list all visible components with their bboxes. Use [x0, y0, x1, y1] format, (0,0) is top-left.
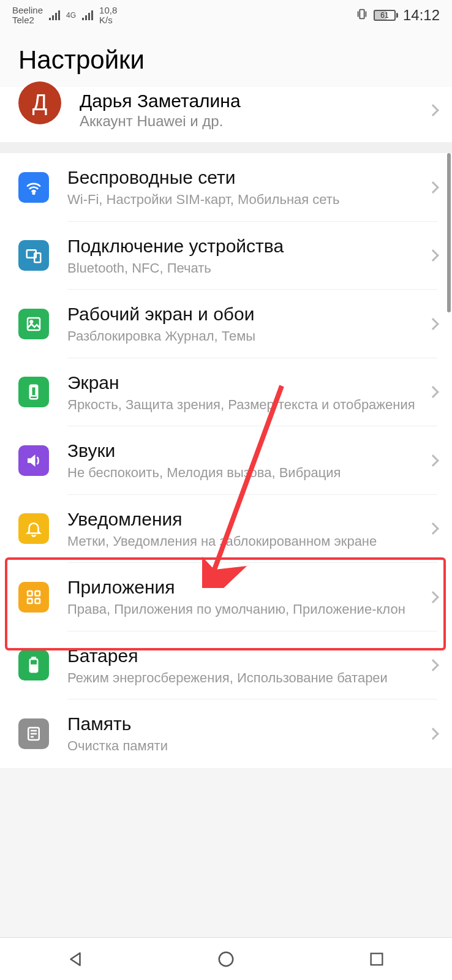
chevron-right-icon [427, 386, 439, 398]
row-sub: Wi-Fi, Настройки SIM-карт, Мобильная сет… [67, 191, 423, 208]
account-row[interactable]: Д Дарья Заметалина Аккаунт Huawei и др. [0, 87, 452, 142]
svg-point-5 [30, 320, 32, 323]
row-title: Звуки [67, 440, 423, 462]
nav-bar [0, 937, 452, 980]
row-text: Звуки Не беспокоить, Мелодия вызова, Виб… [49, 440, 429, 481]
row-text: Рабочий экран и обои Разблокировка Журна… [49, 303, 429, 345]
svg-rect-10 [28, 598, 32, 603]
row-sub: Очистка памяти [67, 737, 423, 755]
carrier-2: Tele2 [12, 15, 43, 26]
row-text: Беспроводные сети Wi-Fi, Настройки SIM-к… [49, 167, 429, 208]
chevron-right-icon [427, 659, 439, 671]
row-text: Подключение устройства Bluetooth, NFC, П… [49, 235, 429, 277]
sound-icon [18, 445, 49, 476]
setting-device-connection[interactable]: Подключение устройства Bluetooth, NFC, П… [0, 222, 452, 290]
vibrate-icon [355, 7, 369, 24]
row-sub: Разблокировка Журнал, Темы [67, 328, 423, 345]
svg-rect-0 [360, 9, 364, 18]
row-title: Батарея [67, 645, 423, 667]
row-text: Экран Яркость, Защита зрения, Размер тек… [49, 372, 429, 413]
settings-list: Беспроводные сети Wi-Fi, Настройки SIM-к… [0, 153, 452, 768]
row-sub: Права, Приложения по умолчанию, Приложен… [67, 601, 423, 618]
nav-recent-button[interactable] [366, 949, 387, 970]
row-title: Беспроводные сети [67, 167, 423, 189]
svg-rect-9 [36, 591, 40, 596]
setting-battery[interactable]: Батарея Режим энергосбережения, Использо… [0, 631, 452, 700]
row-title: Экран [67, 372, 423, 394]
chevron-right-icon [427, 318, 439, 330]
signal-icon-2 [82, 10, 93, 20]
svg-rect-14 [31, 665, 36, 671]
svg-rect-11 [36, 598, 40, 603]
row-sub: Режим энергосбережения, Использование ба… [67, 669, 423, 687]
display-icon [18, 377, 49, 407]
status-right: 61 14:12 [355, 7, 440, 24]
wifi-icon [18, 172, 49, 203]
setting-display[interactable]: Экран Яркость, Защита зрения, Размер тек… [0, 358, 452, 427]
carrier-1: Beeline [12, 6, 43, 16]
setting-sounds[interactable]: Звуки Не беспокоить, Мелодия вызова, Виб… [0, 426, 452, 495]
chevron-right-icon [427, 591, 439, 603]
signal-icon-1 [49, 10, 60, 20]
svg-rect-18 [371, 953, 383, 965]
account-name: Дарья Заметалина [80, 91, 429, 111]
scrollbar[interactable] [447, 153, 451, 312]
image-icon [18, 309, 49, 339]
chevron-right-icon [427, 454, 439, 467]
chevron-right-icon [427, 249, 439, 262]
section-gap [0, 142, 452, 153]
row-sub: Не беспокоить, Мелодия вызова, Вибрация [67, 464, 423, 481]
svg-rect-4 [28, 318, 40, 330]
row-title: Подключение устройства [67, 235, 423, 257]
status-left: Beeline Tele2 4G 10,8 K/s [12, 6, 117, 26]
nav-back-button[interactable] [65, 949, 86, 970]
row-text: Батарея Режим энергосбережения, Использо… [49, 645, 429, 687]
chevron-right-icon [427, 104, 439, 116]
setting-storage[interactable]: Память Очистка памяти [0, 699, 452, 768]
row-text: Память Очистка памяти [49, 713, 429, 755]
row-sub: Bluetooth, NFC, Печать [67, 260, 423, 277]
chevron-right-icon [427, 728, 439, 740]
avatar: Д [18, 81, 61, 124]
row-text: Уведомления Метки, Уведомления на заблок… [49, 508, 429, 550]
svg-rect-7 [31, 387, 36, 396]
svg-rect-13 [32, 658, 36, 660]
setting-apps[interactable]: Приложения Права, Приложения по умолчани… [0, 563, 452, 631]
speed-unit: K/s [99, 15, 117, 26]
row-text: Приложения Права, Приложения по умолчани… [49, 576, 429, 618]
setting-home-wallpaper[interactable]: Рабочий экран и обои Разблокировка Журна… [0, 290, 452, 358]
apps-icon [18, 582, 49, 612]
row-title: Уведомления [67, 508, 423, 530]
battery-icon [18, 650, 49, 680]
net-type: 4G [66, 11, 76, 20]
svg-rect-8 [28, 591, 32, 596]
net-speed: 10,8 K/s [99, 6, 117, 26]
battery-icon: 61 [374, 10, 398, 21]
clock: 14:12 [403, 7, 440, 24]
row-title: Приложения [67, 576, 423, 598]
account-text: Дарья Заметалина Аккаунт Huawei и др. [61, 91, 429, 130]
battery-level: 61 [380, 11, 388, 20]
svg-point-1 [33, 192, 35, 194]
row-sub: Метки, Уведомления на заблокированном эк… [67, 533, 423, 550]
status-bar: Beeline Tele2 4G 10,8 K/s 61 14:12 [0, 0, 452, 31]
storage-icon [18, 718, 49, 749]
devices-icon [18, 240, 49, 271]
chevron-right-icon [427, 522, 439, 535]
nav-home-button[interactable] [216, 949, 236, 970]
row-sub: Яркость, Защита зрения, Размер текста и … [67, 396, 423, 413]
carrier-names: Beeline Tele2 [12, 6, 43, 26]
chevron-right-icon [427, 181, 439, 194]
account-sub: Аккаунт Huawei и др. [80, 113, 429, 130]
row-title: Рабочий экран и обои [67, 303, 423, 325]
row-title: Память [67, 713, 423, 735]
page-title: Настройки [0, 31, 452, 87]
setting-wireless[interactable]: Беспроводные сети Wi-Fi, Настройки SIM-к… [0, 153, 452, 222]
bell-icon [18, 513, 49, 544]
setting-notifications[interactable]: Уведомления Метки, Уведомления на заблок… [0, 495, 452, 564]
speed-value: 10,8 [99, 6, 117, 16]
svg-point-17 [219, 952, 233, 966]
